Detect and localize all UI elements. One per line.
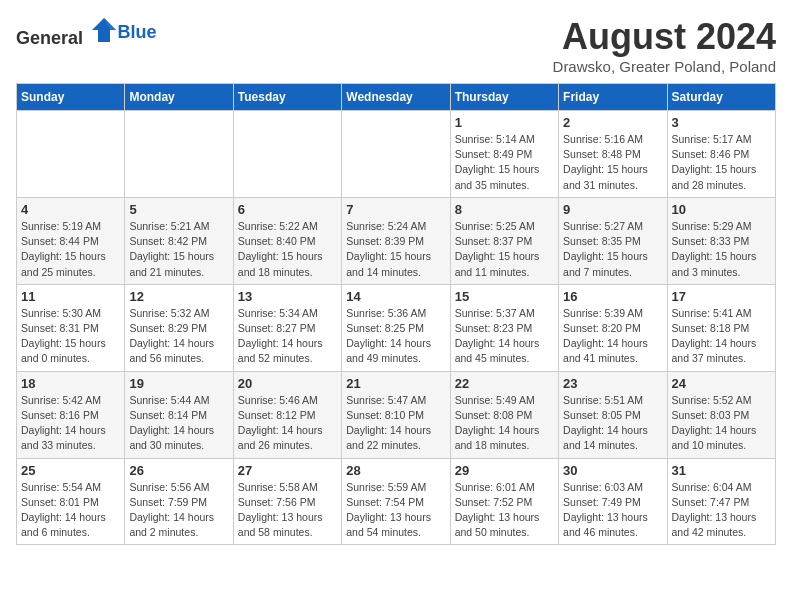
day-number: 15 [455,289,554,304]
day-info: Sunrise: 5:39 AMSunset: 8:20 PMDaylight:… [563,306,662,367]
calendar-cell: 26Sunrise: 5:56 AMSunset: 7:59 PMDayligh… [125,458,233,545]
page-title: August 2024 [553,16,776,58]
calendar-cell: 20Sunrise: 5:46 AMSunset: 8:12 PMDayligh… [233,371,341,458]
day-info: Sunrise: 5:32 AMSunset: 8:29 PMDaylight:… [129,306,228,367]
calendar-cell: 31Sunrise: 6:04 AMSunset: 7:47 PMDayligh… [667,458,775,545]
day-number: 30 [563,463,662,478]
day-info: Sunrise: 5:42 AMSunset: 8:16 PMDaylight:… [21,393,120,454]
day-number: 22 [455,376,554,391]
day-number: 14 [346,289,445,304]
calendar-cell: 16Sunrise: 5:39 AMSunset: 8:20 PMDayligh… [559,284,667,371]
calendar-cell: 24Sunrise: 5:52 AMSunset: 8:03 PMDayligh… [667,371,775,458]
day-info: Sunrise: 5:34 AMSunset: 8:27 PMDaylight:… [238,306,337,367]
day-number: 1 [455,115,554,130]
day-number: 29 [455,463,554,478]
day-info: Sunrise: 5:29 AMSunset: 8:33 PMDaylight:… [672,219,771,280]
calendar-cell: 18Sunrise: 5:42 AMSunset: 8:16 PMDayligh… [17,371,125,458]
day-number: 18 [21,376,120,391]
calendar-cell: 12Sunrise: 5:32 AMSunset: 8:29 PMDayligh… [125,284,233,371]
weekday-header-sunday: Sunday [17,84,125,111]
calendar-cell: 21Sunrise: 5:47 AMSunset: 8:10 PMDayligh… [342,371,450,458]
day-info: Sunrise: 5:24 AMSunset: 8:39 PMDaylight:… [346,219,445,280]
day-info: Sunrise: 5:59 AMSunset: 7:54 PMDaylight:… [346,480,445,541]
day-number: 27 [238,463,337,478]
day-info: Sunrise: 6:03 AMSunset: 7:49 PMDaylight:… [563,480,662,541]
day-number: 6 [238,202,337,217]
calendar-header: SundayMondayTuesdayWednesdayThursdayFrid… [17,84,776,111]
weekday-header-tuesday: Tuesday [233,84,341,111]
day-number: 25 [21,463,120,478]
day-number: 9 [563,202,662,217]
day-info: Sunrise: 5:58 AMSunset: 7:56 PMDaylight:… [238,480,337,541]
day-number: 19 [129,376,228,391]
calendar-cell: 29Sunrise: 6:01 AMSunset: 7:52 PMDayligh… [450,458,558,545]
calendar-cell: 28Sunrise: 5:59 AMSunset: 7:54 PMDayligh… [342,458,450,545]
calendar-cell: 22Sunrise: 5:49 AMSunset: 8:08 PMDayligh… [450,371,558,458]
title-area: August 2024 Drawsko, Greater Poland, Pol… [553,16,776,75]
calendar-cell: 3Sunrise: 5:17 AMSunset: 8:46 PMDaylight… [667,111,775,198]
calendar-cell [125,111,233,198]
day-number: 24 [672,376,771,391]
day-info: Sunrise: 5:49 AMSunset: 8:08 PMDaylight:… [455,393,554,454]
calendar-cell: 7Sunrise: 5:24 AMSunset: 8:39 PMDaylight… [342,197,450,284]
page-header: General Blue August 2024 Drawsko, Greate… [16,16,776,75]
weekday-header-thursday: Thursday [450,84,558,111]
day-info: Sunrise: 5:30 AMSunset: 8:31 PMDaylight:… [21,306,120,367]
day-number: 12 [129,289,228,304]
calendar-cell: 4Sunrise: 5:19 AMSunset: 8:44 PMDaylight… [17,197,125,284]
day-number: 20 [238,376,337,391]
day-info: Sunrise: 5:44 AMSunset: 8:14 PMDaylight:… [129,393,228,454]
calendar-cell: 19Sunrise: 5:44 AMSunset: 8:14 PMDayligh… [125,371,233,458]
day-number: 13 [238,289,337,304]
day-info: Sunrise: 5:22 AMSunset: 8:40 PMDaylight:… [238,219,337,280]
calendar-week-4: 18Sunrise: 5:42 AMSunset: 8:16 PMDayligh… [17,371,776,458]
day-info: Sunrise: 5:21 AMSunset: 8:42 PMDaylight:… [129,219,228,280]
logo-blue: Blue [118,22,157,42]
day-number: 31 [672,463,771,478]
day-info: Sunrise: 5:27 AMSunset: 8:35 PMDaylight:… [563,219,662,280]
calendar-cell: 2Sunrise: 5:16 AMSunset: 8:48 PMDaylight… [559,111,667,198]
day-number: 11 [21,289,120,304]
calendar-cell: 13Sunrise: 5:34 AMSunset: 8:27 PMDayligh… [233,284,341,371]
day-number: 3 [672,115,771,130]
calendar-cell: 23Sunrise: 5:51 AMSunset: 8:05 PMDayligh… [559,371,667,458]
day-info: Sunrise: 6:01 AMSunset: 7:52 PMDaylight:… [455,480,554,541]
calendar-week-2: 4Sunrise: 5:19 AMSunset: 8:44 PMDaylight… [17,197,776,284]
day-info: Sunrise: 5:37 AMSunset: 8:23 PMDaylight:… [455,306,554,367]
weekday-header-monday: Monday [125,84,233,111]
day-info: Sunrise: 5:47 AMSunset: 8:10 PMDaylight:… [346,393,445,454]
calendar-cell [17,111,125,198]
calendar-cell: 14Sunrise: 5:36 AMSunset: 8:25 PMDayligh… [342,284,450,371]
day-info: Sunrise: 6:04 AMSunset: 7:47 PMDaylight:… [672,480,771,541]
day-number: 26 [129,463,228,478]
weekday-header-friday: Friday [559,84,667,111]
page-subtitle: Drawsko, Greater Poland, Poland [553,58,776,75]
calendar-cell: 5Sunrise: 5:21 AMSunset: 8:42 PMDaylight… [125,197,233,284]
day-info: Sunrise: 5:16 AMSunset: 8:48 PMDaylight:… [563,132,662,193]
day-info: Sunrise: 5:46 AMSunset: 8:12 PMDaylight:… [238,393,337,454]
day-number: 23 [563,376,662,391]
calendar-cell: 15Sunrise: 5:37 AMSunset: 8:23 PMDayligh… [450,284,558,371]
day-info: Sunrise: 5:14 AMSunset: 8:49 PMDaylight:… [455,132,554,193]
calendar-cell: 17Sunrise: 5:41 AMSunset: 8:18 PMDayligh… [667,284,775,371]
weekday-header-saturday: Saturday [667,84,775,111]
weekday-header-wednesday: Wednesday [342,84,450,111]
day-number: 8 [455,202,554,217]
day-info: Sunrise: 5:36 AMSunset: 8:25 PMDaylight:… [346,306,445,367]
day-number: 21 [346,376,445,391]
calendar-cell: 30Sunrise: 6:03 AMSunset: 7:49 PMDayligh… [559,458,667,545]
day-number: 10 [672,202,771,217]
logo-icon [90,16,118,44]
day-info: Sunrise: 5:19 AMSunset: 8:44 PMDaylight:… [21,219,120,280]
day-number: 5 [129,202,228,217]
calendar-week-3: 11Sunrise: 5:30 AMSunset: 8:31 PMDayligh… [17,284,776,371]
day-number: 2 [563,115,662,130]
day-info: Sunrise: 5:52 AMSunset: 8:03 PMDaylight:… [672,393,771,454]
day-info: Sunrise: 5:56 AMSunset: 7:59 PMDaylight:… [129,480,228,541]
day-number: 4 [21,202,120,217]
calendar-cell: 9Sunrise: 5:27 AMSunset: 8:35 PMDaylight… [559,197,667,284]
calendar-week-5: 25Sunrise: 5:54 AMSunset: 8:01 PMDayligh… [17,458,776,545]
day-info: Sunrise: 5:17 AMSunset: 8:46 PMDaylight:… [672,132,771,193]
calendar-cell [342,111,450,198]
logo-general: General [16,28,83,48]
